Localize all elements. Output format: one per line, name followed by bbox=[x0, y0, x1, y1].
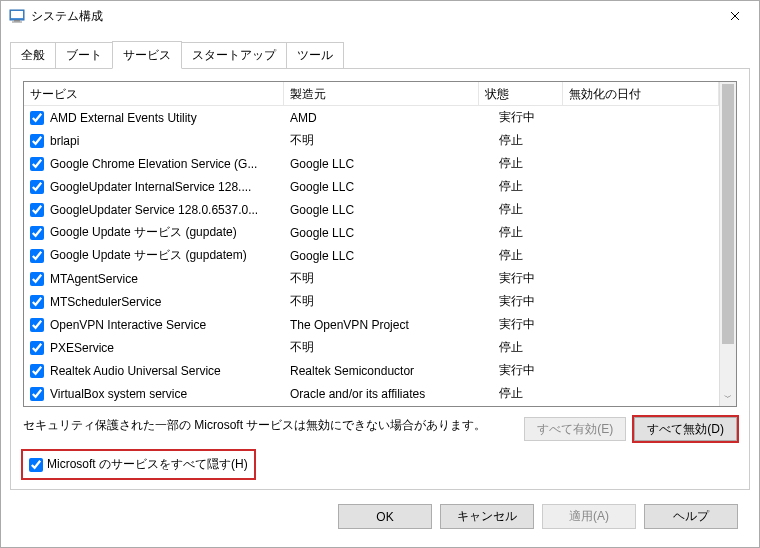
service-maker: 不明 bbox=[284, 130, 479, 151]
col-header-maker[interactable]: 製造元 bbox=[284, 82, 479, 105]
service-checkbox[interactable] bbox=[30, 134, 44, 148]
scroll-thumb[interactable] bbox=[722, 84, 734, 344]
table-row[interactable]: MTAgentService不明実行中 bbox=[24, 267, 719, 290]
service-checkbox[interactable] bbox=[30, 226, 44, 240]
service-checkbox[interactable] bbox=[30, 180, 44, 194]
hide-microsoft-checkbox[interactable] bbox=[29, 458, 43, 472]
service-checkbox[interactable] bbox=[30, 387, 44, 401]
service-disabled-date bbox=[563, 139, 719, 143]
tab-bar: 全般 ブート サービス スタートアップ ツール bbox=[10, 40, 750, 68]
service-disabled-date bbox=[563, 346, 719, 350]
service-name: Google Update サービス (gupdate) bbox=[50, 224, 237, 241]
service-maker: The OpenVPN Project bbox=[284, 316, 479, 334]
service-maker: Realtek Semiconductor bbox=[284, 362, 479, 380]
ok-button[interactable]: OK bbox=[338, 504, 432, 529]
service-checkbox[interactable] bbox=[30, 272, 44, 286]
tab-tools[interactable]: ツール bbox=[286, 42, 344, 69]
service-disabled-date bbox=[563, 369, 719, 373]
table-row[interactable]: AMD External Events UtilityAMD実行中 bbox=[24, 106, 719, 129]
svg-rect-1 bbox=[11, 11, 23, 18]
vertical-scrollbar[interactable]: ▲ ﹀ bbox=[719, 82, 736, 406]
disable-all-button[interactable]: すべて無効(D) bbox=[634, 417, 737, 441]
table-row[interactable]: VirtualBox system serviceOracle and/or i… bbox=[24, 382, 719, 405]
service-name: Google Chrome Elevation Service (G... bbox=[50, 157, 257, 171]
service-disabled-date bbox=[563, 392, 719, 396]
service-name: Realtek Audio Universal Service bbox=[50, 364, 221, 378]
cancel-button[interactable]: キャンセル bbox=[440, 504, 534, 529]
service-disabled-date bbox=[563, 208, 719, 212]
service-disabled-date bbox=[563, 231, 719, 235]
service-state: 停止 bbox=[479, 245, 563, 266]
service-state: 停止 bbox=[479, 176, 563, 197]
scroll-down-icon[interactable]: ﹀ bbox=[720, 389, 736, 406]
tab-general[interactable]: 全般 bbox=[10, 42, 56, 69]
service-checkbox[interactable] bbox=[30, 203, 44, 217]
service-maker: 不明 bbox=[284, 291, 479, 312]
table-row[interactable]: GoogleUpdater Service 128.0.6537.0...Goo… bbox=[24, 198, 719, 221]
service-checkbox[interactable] bbox=[30, 341, 44, 355]
service-state: 停止 bbox=[479, 130, 563, 151]
service-disabled-date bbox=[563, 323, 719, 327]
svg-rect-2 bbox=[14, 20, 20, 22]
service-name: MTAgentService bbox=[50, 272, 138, 286]
service-name: PXEService bbox=[50, 341, 114, 355]
service-checkbox[interactable] bbox=[30, 157, 44, 171]
table-row[interactable]: OpenVPN Interactive ServiceThe OpenVPN P… bbox=[24, 313, 719, 336]
tab-services[interactable]: サービス bbox=[112, 41, 182, 69]
service-disabled-date bbox=[563, 185, 719, 189]
list-body[interactable]: AMD External Events UtilityAMD実行中brlapi不… bbox=[24, 106, 719, 405]
service-maker: 不明 bbox=[284, 337, 479, 358]
table-row[interactable]: Realtek Audio Universal ServiceRealtek S… bbox=[24, 359, 719, 382]
service-state: 停止 bbox=[479, 153, 563, 174]
close-button[interactable] bbox=[712, 2, 757, 30]
service-state: 停止 bbox=[479, 383, 563, 404]
apply-button[interactable]: 適用(A) bbox=[542, 504, 636, 529]
service-checkbox[interactable] bbox=[30, 364, 44, 378]
list-header: サービス 製造元 状態 無効化の日付 bbox=[24, 82, 719, 106]
tab-panel-services: サービス 製造元 状態 無効化の日付 AMD External Events U… bbox=[10, 68, 750, 490]
service-maker: Google LLC bbox=[284, 178, 479, 196]
service-disabled-date bbox=[563, 277, 719, 281]
service-state: 実行中 bbox=[479, 107, 563, 128]
table-row[interactable]: Google Update サービス (gupdatem)Google LLC停… bbox=[24, 244, 719, 267]
service-disabled-date bbox=[563, 254, 719, 258]
service-maker: Google LLC bbox=[284, 155, 479, 173]
help-button[interactable]: ヘルプ bbox=[644, 504, 738, 529]
service-disabled-date bbox=[563, 116, 719, 120]
service-name: brlapi bbox=[50, 134, 79, 148]
service-state: 実行中 bbox=[479, 360, 563, 381]
service-name: VirtualBox system service bbox=[50, 387, 187, 401]
security-note: セキュリティ保護された一部の Microsoft サービスは無効にできない場合が… bbox=[23, 417, 524, 434]
service-disabled-date bbox=[563, 300, 719, 304]
table-row[interactable]: GoogleUpdater InternalService 128....Goo… bbox=[24, 175, 719, 198]
service-maker: AMD bbox=[284, 109, 479, 127]
table-row[interactable]: PXEService不明停止 bbox=[24, 336, 719, 359]
service-maker: Google LLC bbox=[284, 201, 479, 219]
service-disabled-date bbox=[563, 162, 719, 166]
services-list: サービス 製造元 状態 無効化の日付 AMD External Events U… bbox=[23, 81, 737, 407]
window-title: システム構成 bbox=[31, 8, 712, 25]
enable-all-button[interactable]: すべて有効(E) bbox=[524, 417, 626, 441]
hide-microsoft-checkbox-container[interactable]: Microsoft のサービスをすべて隠す(H) bbox=[23, 451, 254, 478]
service-state: 実行中 bbox=[479, 291, 563, 312]
svg-rect-3 bbox=[12, 22, 22, 23]
service-checkbox[interactable] bbox=[30, 249, 44, 263]
tab-boot[interactable]: ブート bbox=[55, 42, 113, 69]
table-row[interactable]: MTSchedulerService不明実行中 bbox=[24, 290, 719, 313]
service-name: GoogleUpdater Service 128.0.6537.0... bbox=[50, 203, 258, 217]
col-header-state[interactable]: 状態 bbox=[479, 82, 563, 105]
table-row[interactable]: brlapi不明停止 bbox=[24, 129, 719, 152]
service-name: MTSchedulerService bbox=[50, 295, 161, 309]
content-area: 全般 ブート サービス スタートアップ ツール サービス 製造元 状態 無効化の… bbox=[1, 31, 759, 543]
tab-startup[interactable]: スタートアップ bbox=[181, 42, 287, 69]
service-state: 停止 bbox=[479, 199, 563, 220]
col-header-service[interactable]: サービス bbox=[24, 82, 284, 105]
service-name: OpenVPN Interactive Service bbox=[50, 318, 206, 332]
service-checkbox[interactable] bbox=[30, 111, 44, 125]
col-header-date[interactable]: 無効化の日付 bbox=[563, 82, 719, 105]
table-row[interactable]: Google Update サービス (gupdate)Google LLC停止 bbox=[24, 221, 719, 244]
service-checkbox[interactable] bbox=[30, 318, 44, 332]
service-checkbox[interactable] bbox=[30, 295, 44, 309]
table-row[interactable]: Google Chrome Elevation Service (G...Goo… bbox=[24, 152, 719, 175]
service-name: AMD External Events Utility bbox=[50, 111, 197, 125]
